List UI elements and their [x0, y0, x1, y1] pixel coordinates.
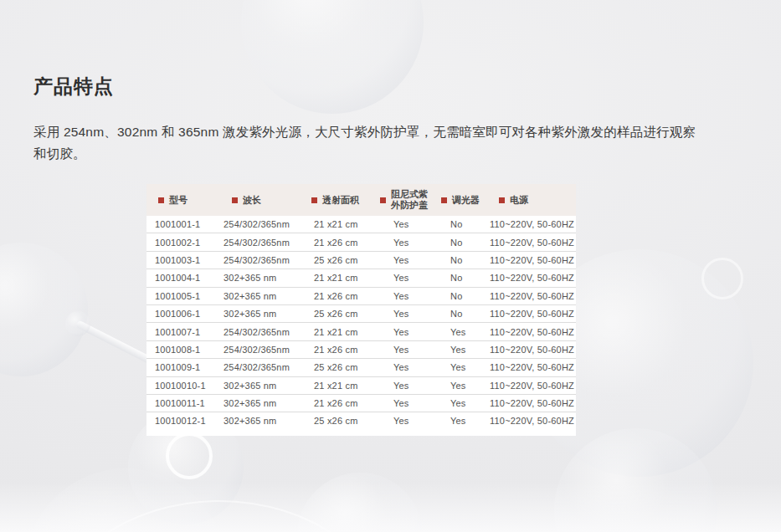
product-description: 采用 254nm、302nm 和 365nm 激发紫外光源，大尺寸紫外防护罩，无… [33, 121, 696, 165]
table-cell: 1001002-1 [146, 233, 224, 250]
bullet-square-icon [380, 197, 386, 203]
column-header: 波长 [232, 194, 314, 207]
table-cell: 302+365 nm [224, 412, 314, 429]
table-row: 1001009-1254/302/365nm25 x26 cmYesYes110… [146, 358, 576, 376]
table-cell: 1001007-1 [146, 323, 224, 340]
table-cell: 302+365 nm [224, 305, 314, 322]
table-cell: No [450, 269, 490, 286]
table-cell: No [450, 305, 490, 322]
bubble-ring-highlight [701, 258, 743, 299]
bullet-square-icon [158, 197, 164, 203]
table-cell: 254/302/365nm [224, 359, 314, 376]
bullet-square-icon [499, 197, 505, 203]
table-cell: Yes [393, 305, 450, 322]
table-header-row: 型号波长透射面积阻尼式紫外防护盖调光器电源 [146, 184, 576, 216]
table-cell: 110~220V, 50-60HZ [490, 216, 576, 233]
table-cell: 21 x26 cm [314, 288, 393, 304]
bullet-square-icon [311, 197, 317, 203]
table-cell: 110~220V, 50-60HZ [490, 341, 576, 358]
table-row: 10010012-1302+365 nm25 x26 cmYesYes110~2… [146, 412, 576, 429]
table-cell: 254/302/365nm [224, 233, 314, 250]
column-header: 阻尼式紫外防护盖 [380, 189, 450, 211]
background-light-band [0, 482, 781, 532]
table-cell: 25 x26 cm [314, 305, 393, 322]
table-cell: Yes [393, 216, 450, 233]
table-cell: Yes [450, 377, 490, 394]
table-cell: Yes [393, 233, 450, 250]
column-header-label: 电源 [510, 194, 528, 207]
table-cell: No [450, 233, 490, 250]
table-cell: 21 x21 cm [314, 377, 393, 394]
column-header: 调光器 [441, 194, 490, 207]
column-header: 型号 [158, 194, 224, 207]
table-row: 1001003-1254/302/365nm25 x26 cmYesNo110~… [146, 251, 576, 269]
table-cell: Yes [393, 412, 450, 429]
table-body: 1001001-1254/302/365nm21 x21 cmYesNo110~… [146, 216, 576, 436]
table-cell: 254/302/365nm [224, 341, 314, 358]
table-cell: No [450, 288, 490, 304]
table-row: 10010011-1302+365 nm21 x26 cmYesYes110~2… [146, 394, 576, 412]
background-bubble [65, 311, 90, 336]
table-cell: 110~220V, 50-60HZ [490, 252, 576, 269]
table-cell: Yes [393, 323, 450, 340]
table-cell: 1001004-1 [146, 269, 224, 286]
table-cell: Yes [450, 412, 490, 429]
table-cell: 21 x26 cm [314, 341, 393, 358]
table-row: 1001002-1254/302/365nm21 x26 cmYesNo110~… [146, 233, 576, 250]
background-bubble [241, 0, 424, 114]
table-cell: 25 x26 cm [314, 412, 393, 429]
table-cell: Yes [393, 252, 450, 269]
spec-table: 型号波长透射面积阻尼式紫外防护盖调光器电源 1001001-1254/302/3… [146, 184, 576, 436]
table-row: 1001007-1254/302/365nm21 x21 cmYesYes110… [146, 322, 576, 340]
table-cell: 302+365 nm [224, 377, 314, 394]
table-cell: 21 x21 cm [314, 269, 393, 286]
table-cell: 21 x21 cm [314, 216, 393, 233]
table-cell: Yes [393, 395, 450, 412]
table-cell: 110~220V, 50-60HZ [490, 359, 576, 376]
table-cell: 1001001-1 [146, 216, 224, 233]
table-cell: 21 x21 cm [314, 323, 393, 340]
table-cell: 110~220V, 50-60HZ [490, 288, 576, 304]
table-cell: Yes [450, 395, 490, 412]
table-cell: No [450, 216, 490, 233]
table-cell: 110~220V, 50-60HZ [490, 323, 576, 340]
table-cell: 10010011-1 [146, 395, 224, 412]
table-cell: 10010012-1 [146, 412, 224, 429]
table-cell: 25 x26 cm [314, 359, 393, 376]
table-cell: 302+365 nm [224, 288, 314, 304]
column-header-label: 透射面积 [322, 194, 359, 207]
table-cell: 1001003-1 [146, 252, 224, 269]
table-row: 1001004-1302+365 nm21 x21 cmYesNo110~220… [146, 269, 576, 286]
table-cell: Yes [393, 359, 450, 376]
table-cell: 254/302/365nm [224, 252, 314, 269]
page-title: 产品特点 [33, 74, 114, 100]
table-cell: Yes [393, 288, 450, 304]
table-row: 1001006-1302+365 nm25 x26 cmYesNo110~220… [146, 304, 576, 322]
table-cell: 302+365 nm [224, 395, 314, 412]
background-bubble [0, 243, 88, 376]
column-header-label: 调光器 [452, 194, 480, 207]
table-cell: Yes [393, 377, 450, 394]
table-cell: 302+365 nm [224, 269, 314, 286]
table-cell: 110~220V, 50-60HZ [490, 305, 576, 322]
bullet-square-icon [441, 197, 447, 203]
table-row: 1001001-1254/302/365nm21 x21 cmYesNo110~… [146, 216, 576, 233]
bullet-square-icon [232, 197, 238, 203]
table-cell: Yes [450, 359, 490, 376]
table-cell: 1001009-1 [146, 359, 224, 376]
table-cell: 1001005-1 [146, 288, 224, 304]
table-cell: 10010010-1 [146, 377, 224, 394]
table-cell: 254/302/365nm [224, 323, 314, 340]
table-row: 10010010-1302+365 nm21 x21 cmYesYes110~2… [146, 376, 576, 394]
table-cell: 25 x26 cm [314, 252, 393, 269]
table-cell: Yes [393, 341, 450, 358]
table-row: 1001005-1302+365 nm21 x26 cmYesNo110~220… [146, 287, 576, 304]
table-cell: Yes [450, 323, 490, 340]
table-cell: 1001008-1 [146, 341, 224, 358]
table-cell: 110~220V, 50-60HZ [490, 395, 576, 412]
table-cell: 110~220V, 50-60HZ [490, 233, 576, 250]
table-cell: 254/302/365nm [224, 216, 314, 233]
bubble-ring-highlight [166, 432, 213, 479]
table-cell: Yes [393, 269, 450, 286]
column-header: 电源 [499, 194, 576, 207]
